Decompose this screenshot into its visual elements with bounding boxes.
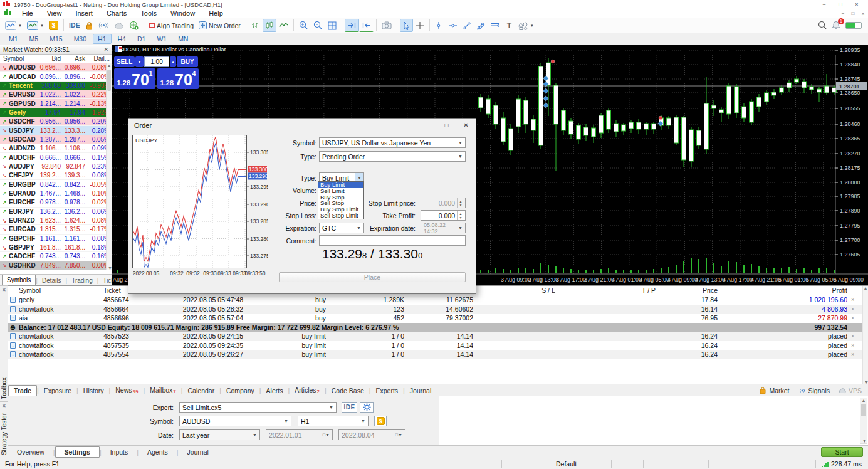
buy-button[interactable]: BUY <box>177 56 198 67</box>
stop-limit-field[interactable]: 0.000▲▼ <box>421 198 466 208</box>
market-watch-row[interactable]: ↗AUDCAD0.896...0.896...-0.00% <box>0 72 112 81</box>
market-watch-column-bid[interactable]: Bid <box>38 55 62 62</box>
row-close-icon[interactable]: × <box>851 314 854 323</box>
tester-tab-agents[interactable]: Agents <box>139 447 177 457</box>
tester-tab-journal[interactable]: Journal <box>178 447 217 457</box>
toolbox-vps-button[interactable]: VPS <box>839 387 862 394</box>
trendline-tool[interactable] <box>460 19 474 32</box>
connection-status[interactable]: 228.47 ms <box>815 460 868 468</box>
market-watch-row[interactable]: ↘AUDJPY92.84092.8470.23% <box>0 162 112 171</box>
order-type-combo[interactable]: Pending Order▼ <box>319 151 466 162</box>
crosshair-tool-button[interactable] <box>413 19 427 32</box>
market-watch-row[interactable]: ↗GBPUSD1.214...1.214...-0.13% <box>0 99 112 108</box>
comment-input[interactable] <box>319 235 466 246</box>
market-watch-row[interactable]: ↗EURGBP0.842...0.842...-0.05% <box>0 180 112 189</box>
expert-combo[interactable]: Sell Limit.ex5▼ <box>179 402 337 413</box>
sell-price-box[interactable]: 1.28701 <box>114 68 155 89</box>
market-watch-scrollbar[interactable]: ▲▼ <box>106 63 112 270</box>
connection-icon[interactable] <box>845 22 862 29</box>
equidistant-tool[interactable] <box>488 19 503 32</box>
shapes-tool-dropdown[interactable]: ▼ <box>516 19 536 32</box>
tester-tab-overview[interactable]: Overview <box>8 447 53 457</box>
timeframe-h1[interactable]: H1 <box>93 34 111 44</box>
market-watch-row[interactable]: ↗EURJPY136.2...136.2...0.06% <box>0 208 112 216</box>
screenshot-button[interactable] <box>379 19 394 32</box>
market-watch-row[interactable]: ↘GBPJPY161.8...161.8...0.18% <box>0 243 112 252</box>
market-watch-row[interactable]: ↗USDCAD1.287...1.287...0.05% <box>0 135 112 144</box>
vertical-line-tool[interactable] <box>432 19 446 32</box>
market-watch-row[interactable]: ↘EURNZD1.623...1.624...-0.08% <box>0 216 112 225</box>
text-tool[interactable]: T <box>503 19 516 32</box>
menu-item-file[interactable]: File <box>15 9 40 17</box>
tab-journal[interactable]: Journal <box>405 386 436 396</box>
window-minimize-button[interactable]: − <box>816 1 832 8</box>
market-watch-tab-details[interactable]: Details <box>38 276 66 285</box>
tester-strip-label[interactable]: Strategy Tester <box>1 413 8 455</box>
start-button[interactable]: Start <box>821 447 863 457</box>
market-watch-row[interactable]: ↗EURCHF0.978...0.978...-0.02% <box>0 198 112 207</box>
trade-table-row[interactable]: ↑aia48566962022.08.05 05:57:04buy45279.3… <box>8 314 868 323</box>
take-profit-field[interactable]: 0.000▲▼ <box>421 210 466 221</box>
cursor-tool-button[interactable] <box>400 19 413 32</box>
market-watch-column-ask[interactable]: Ask <box>62 55 86 62</box>
dialog-maximize-button[interactable]: □ <box>437 119 456 132</box>
trade-table-scrollbar[interactable]: ▲▼ <box>862 286 868 384</box>
lock-button[interactable] <box>83 19 96 32</box>
market-watch-row[interactable]: ↗EURUSD1.022...1.022...-0.22% <box>0 90 112 99</box>
market-watch-row[interactable]: ↗EURAUD1.467...1.468...-0.10% <box>0 189 112 198</box>
tester-scrollbar[interactable]: ▲▼ <box>860 398 867 444</box>
chart-window-controls[interactable]: −□x <box>838 11 868 16</box>
timeframe-m5[interactable]: M5 <box>24 34 44 44</box>
date-range-combo[interactable]: Last year▼ <box>179 429 260 440</box>
menu-item-insert[interactable]: Insert <box>68 9 100 17</box>
channel-tool[interactable] <box>474 19 488 32</box>
tester-tab-inputs[interactable]: Inputs <box>102 447 137 457</box>
tester-ide-button[interactable]: IDE <box>342 402 357 413</box>
tab-exposure[interactable]: Exposure <box>39 386 76 396</box>
tab-code-base[interactable]: Code Base <box>327 386 369 396</box>
row-close-icon[interactable]: × <box>851 350 854 359</box>
place-button[interactable]: Place <box>279 272 466 282</box>
broadcast-button[interactable] <box>96 19 112 32</box>
menu-item-window[interactable]: Window <box>164 9 202 17</box>
horizontal-line-tool[interactable] <box>446 19 460 32</box>
market-watch-columns[interactable]: SymbolBidAskDail... <box>0 55 112 63</box>
tile-windows-button[interactable] <box>325 19 339 32</box>
market-watch-row[interactable]: ↗AUDCHF0.666...0.666...0.15% <box>0 153 112 162</box>
market-watch-row[interactable]: ↗Tencent308.60309.00-0.93% <box>0 82 112 90</box>
autoscroll-button[interactable] <box>345 19 359 32</box>
volume-input[interactable]: 1.00 <box>144 56 169 67</box>
tab-experts[interactable]: Experts <box>370 386 403 396</box>
market-watch-row[interactable]: ↘EURCAD1.315...1.315...-0.17% <box>0 225 112 234</box>
trade-column-header[interactable]: Symbol <box>19 286 100 295</box>
algo-trading-button[interactable]: Algo Trading <box>147 19 196 32</box>
trade-table-row[interactable]: ↓chowtaifook48575232022.08.05 09:24:15bu… <box>8 332 868 341</box>
market-watch-row[interactable]: ↗Geely17.9417.94-1.92% <box>0 108 112 117</box>
timeframe-mn[interactable]: MN <box>173 34 193 44</box>
timeframe-m30[interactable]: M30 <box>69 34 92 44</box>
menu-item-charts[interactable]: Charts <box>100 9 133 17</box>
trade-table-row[interactable]: ↓chowtaifook48575352022.08.05 09:24:35bu… <box>8 341 868 350</box>
tester-settings-button[interactable] <box>360 402 374 413</box>
tab-company[interactable]: Company <box>221 386 259 396</box>
line-chart-button[interactable] <box>276 19 291 32</box>
chart-shift-button[interactable] <box>359 19 374 32</box>
tab-alerts[interactable]: Alerts <box>261 386 288 396</box>
notifications-bell[interactable]: 1 <box>832 21 840 31</box>
deposit-button[interactable]: $ <box>46 19 61 32</box>
market-watch-row[interactable]: ↘CHFJPY139.2...139.3...0.08% <box>0 171 112 180</box>
date-to-field[interactable]: 2022.08.04□▼ <box>338 429 405 440</box>
trade-table-row[interactable]: ↑geely48566742022.08.05 05:47:48buy1.289… <box>8 295 868 305</box>
tab-trade[interactable]: Trade <box>8 385 37 396</box>
market-watch-row[interactable]: ↘USDHKD7.849...7.850...-0.00% <box>0 261 112 270</box>
row-close-icon[interactable]: × <box>851 295 854 305</box>
tester-spread-button[interactable]: $ <box>374 416 387 426</box>
market-watch-tab-trading[interactable]: Trading <box>67 276 97 285</box>
tester-tab-settings[interactable]: Settings <box>55 446 100 458</box>
market-watch-row[interactable]: ↗GBPCHF1.161...1.161...0.08% <box>0 234 112 243</box>
zoom-in-button[interactable] <box>296 19 311 32</box>
trade-table-row[interactable]: ↑chowtaifook48566642022.08.05 05:28:32bu… <box>8 305 868 314</box>
date-from-field[interactable]: 2022.01.01□▼ <box>266 429 333 440</box>
community-button[interactable] <box>127 19 141 32</box>
toolbox-strip-label[interactable]: Toolbox <box>1 377 8 399</box>
